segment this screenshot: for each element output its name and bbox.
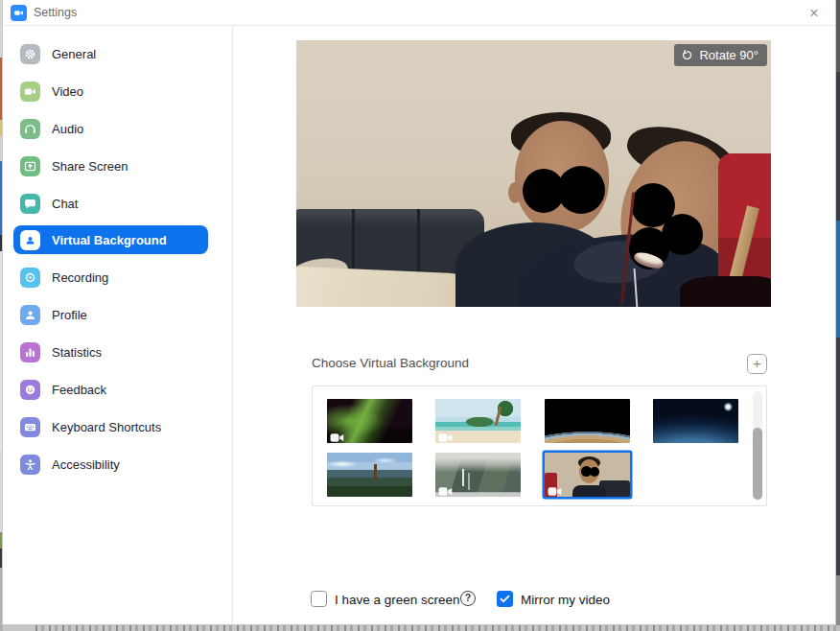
sidebar-label: Audio [52,122,83,136]
window-title: Settings [34,6,77,19]
sidebar-item-general[interactable]: General [13,39,208,68]
record-icon [20,268,40,288]
chat-bubble-icon [20,194,40,214]
rotate-90-button[interactable]: Rotate 90° [674,44,767,66]
smiley-icon [20,380,40,400]
sidebar-item-accessibility[interactable]: Accessibility [13,450,208,479]
rotate-ccw-icon [681,49,693,61]
person1-ear [508,182,522,203]
thumbnail-earth-from-orbit[interactable] [545,399,630,443]
video-badge-icon [330,430,344,440]
sidebar-item-recording[interactable]: Recording [13,263,208,292]
video-badge-icon [438,483,453,494]
video-preview: Rotate 90° [296,40,771,307]
thumbnail-northern-lights[interactable] [327,399,412,443]
green-screen-checkbox[interactable] [311,591,327,607]
thumbnail-misty-cliffs[interactable] [435,453,521,497]
sidebar-label: Chat [52,197,78,211]
settings-screen: Settings × General Video Audio [0,0,840,631]
sidebar-item-feedback[interactable]: Feedback [13,375,208,404]
thumbnail-custom-webcam-selected[interactable] [545,453,630,497]
sidebar-label: Video [52,84,83,99]
zoom-app-icon [11,5,27,21]
accessibility-icon [20,455,40,475]
green-screen-label[interactable]: I have a green screen [335,593,460,607]
face-censor-blob [557,166,605,214]
background-window-sliver-right [836,0,840,631]
mirror-video-checkbox[interactable] [497,591,513,607]
video-camera-icon [20,82,40,102]
person-icon [20,305,40,325]
share-screen-icon [20,156,40,176]
sidebar-label: General [52,47,96,61]
sidebar-item-audio[interactable]: Audio [13,114,208,143]
sidebar-label: Accessibility [52,457,120,472]
thumbnail-blue-space[interactable] [653,399,738,443]
sidebar-item-share-screen[interactable]: Share Screen [13,152,208,180]
sidebar-label: Profile [52,308,87,322]
sidebar-label: Recording [52,270,108,285]
sidebar-label: Virtual Background [52,233,167,247]
bar-chart-icon [20,342,40,362]
sidebar-item-virtual-background[interactable]: Virtual Background [13,225,208,254]
sidebar-label: Keyboard Shortcuts [52,420,161,434]
thumbnail-palm-beach[interactable] [435,399,521,443]
video-badge-icon [548,483,562,494]
titlebar[interactable]: Settings × [3,0,835,26]
keyboard-icon [20,417,40,437]
sidebar-label: Statistics [52,345,102,360]
sidebar: General Video Audio Share Screen [3,26,233,624]
sidebar-item-chat[interactable]: Chat [13,189,208,218]
thumb-person-body [572,485,606,497]
close-icon[interactable]: × [803,2,826,24]
virtual-background-icon [20,230,40,250]
sidebar-label: Feedback [52,383,106,397]
mirror-video-label[interactable]: Mirror my video [521,593,610,607]
grid-scrollbar-thumb[interactable] [753,428,762,500]
gear-icon [20,44,40,64]
help-icon[interactable]: ? [460,591,476,606]
checkmark-icon [500,595,510,603]
sidebar-item-keyboard-shortcuts[interactable]: Keyboard Shortcuts [13,412,208,441]
sliver-noise [35,625,836,631]
video-badge-icon [438,430,453,440]
add-background-button[interactable]: + [747,354,767,374]
headphones-icon [20,119,40,139]
chair-shadow [680,276,771,307]
rotate-90-label: Rotate 90° [699,48,758,62]
sidebar-label: Share Screen [52,159,128,174]
sidebar-item-profile[interactable]: Profile [13,300,208,329]
sidebar-item-video[interactable]: Video [13,77,208,105]
sidebar-item-statistics[interactable]: Statistics [13,338,208,366]
thumb-face-censor [590,467,599,477]
thumbnail-mountain-valley[interactable] [327,453,412,497]
background-window-sliver-bottom [3,625,836,631]
settings-window: Settings × General Video Audio [2,0,836,625]
choose-virtual-background-heading: Choose Virtual Background [312,356,469,370]
